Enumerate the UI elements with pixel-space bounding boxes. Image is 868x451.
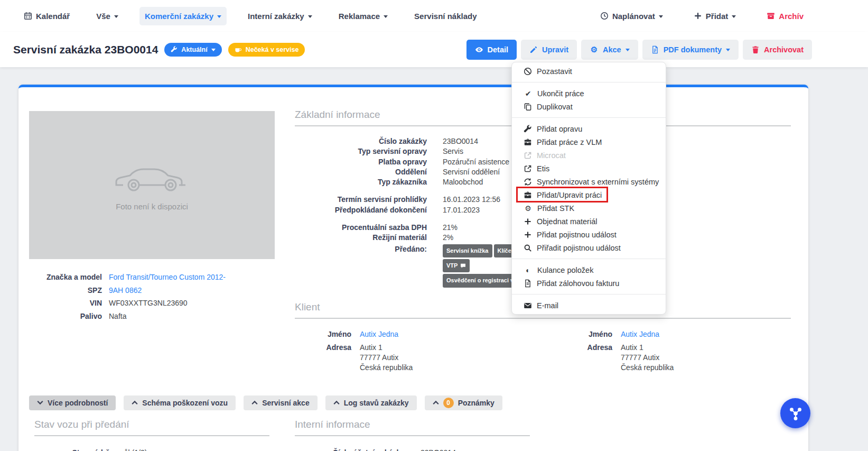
tab-vice-podrobnosti[interactable]: Více podrobností — [29, 395, 116, 410]
button-label: PDF dokumenty — [664, 45, 722, 54]
chevron-down-icon — [217, 15, 221, 18]
detail-tabs: Více podrobností Schéma poškození vozu S… — [29, 395, 791, 410]
client-name-link[interactable]: Autix Jedna — [621, 330, 659, 338]
field-value: 23BO0014 — [443, 136, 478, 146]
menu-item-ukoncit-prace[interactable]: ✔ Ukončit práce — [512, 87, 666, 100]
menu-divider — [512, 294, 666, 294]
menu-item-pridat-upravit-praci[interactable]: Přidat/Upravit práci — [512, 188, 666, 201]
envelope-icon — [524, 301, 532, 310]
menu-item-priradit-pojistnou-udalost[interactable]: Přiřadit pojistnou událost — [512, 241, 666, 254]
nav-item-reklamace[interactable]: Reklamace — [333, 7, 393, 25]
tab-schema-poskozeni-vozu[interactable]: Schéma poškození vozu — [124, 395, 236, 410]
menu-item-synchronizovat[interactable]: Synchronizovat s externími systémy — [512, 175, 666, 188]
tab-poznamky[interactable]: 0 Poznámky — [425, 395, 502, 410]
menu-item-pridat-prace-z-vlm[interactable]: Přidat práce z VLM — [512, 135, 666, 149]
handover-chip: VTP — [443, 259, 470, 272]
chevron-down-icon — [308, 15, 312, 18]
coffee-icon — [235, 46, 242, 53]
header-buttons: Detail Upravit ⚙ Akce PDF dokumenty Arch… — [466, 40, 812, 60]
field-label: Předáno: — [295, 244, 427, 288]
vehicle-field-row: VIN WF03XXTTG3NL23690 — [29, 297, 275, 310]
field-label: Značka a model — [29, 271, 102, 284]
nav-item-label: Přidat — [706, 12, 729, 21]
briefcase-icon — [524, 191, 532, 199]
status-badge-aktualni[interactable]: Aktuální — [164, 43, 221, 57]
section-title-stav-vozu: Stav vozu při předání — [34, 419, 269, 436]
vehicle-field-row: SPZ 9AH 0862 — [29, 284, 275, 297]
menu-item-duplikovat[interactable]: Duplikovat — [512, 100, 666, 113]
vehicle-column: Foto není k dispozici Značka a model For… — [29, 111, 275, 376]
order-detail-card: Foto není k dispozici Značka a model For… — [18, 85, 808, 451]
client-block-left: Jméno Autix Jedna Adresa Autix 1 77777 A… — [295, 329, 543, 376]
nav-item-naplanovat[interactable]: Naplánovat — [595, 7, 668, 25]
menu-item-email[interactable]: E-mail — [512, 299, 666, 312]
button-label: Upravit — [542, 45, 568, 54]
calendar-icon — [24, 12, 32, 20]
upravit-button[interactable]: Upravit — [521, 40, 577, 60]
tab-label: Více podrobností — [48, 399, 108, 407]
field-value: Servisní oddělení — [443, 167, 500, 177]
client-name-link[interactable]: Autix Jedna — [360, 330, 398, 338]
nav-item-vse[interactable]: Vše — [91, 7, 124, 25]
section-interni-informace: Interní informace Číslo účetní zakázky23… — [295, 419, 530, 451]
menu-item-pridat-zalohovou-fakturu[interactable]: Přidat zálohovou fakturu — [512, 277, 666, 290]
chevron-up-icon — [251, 400, 258, 405]
field-label: Platba opravy — [295, 157, 427, 167]
menu-item-pozastavit[interactable]: Pozastavit — [512, 65, 666, 78]
button-label: Akce — [603, 45, 621, 54]
nav-item-label: Kalendář — [36, 12, 70, 21]
tab-servisni-akce[interactable]: Servisní akce — [244, 395, 318, 410]
chevron-down-icon — [626, 49, 630, 51]
chevron-up-icon — [333, 400, 340, 405]
chevron-down-icon — [384, 15, 388, 18]
menu-divider — [512, 82, 666, 82]
nav-item-label: Vše — [96, 12, 110, 21]
field-label: Jméno — [556, 329, 612, 339]
nav-item-interni-zakazky[interactable]: Interní zakázky — [242, 7, 318, 25]
menu-item-pridat-stk[interactable]: ⚙ Přidat STK — [512, 201, 666, 215]
vehicle-fields: Značka a model Ford Transit/Tourneo Cust… — [29, 271, 275, 323]
nav-item-label: Servisní náklady — [414, 12, 477, 21]
field-label: VIN — [29, 297, 102, 310]
nav-item-archiv[interactable]: Archív — [761, 7, 809, 25]
menu-item-objednat-material[interactable]: Objednat materiál — [512, 215, 666, 228]
plus-icon — [694, 12, 702, 20]
archivovat-button[interactable]: Archivovat — [743, 40, 812, 60]
field-value: Maloobchod — [443, 177, 483, 187]
nav-item-pridat[interactable]: Přidat — [688, 7, 742, 25]
field-value: Nafta — [109, 310, 126, 323]
pdf-dokumenty-button[interactable]: PDF dokumenty — [642, 40, 739, 60]
menu-item-pridat-opravu[interactable]: Přidat opravu — [512, 122, 666, 135]
nav-item-servisni-naklady[interactable]: Servisní náklady — [409, 7, 482, 25]
chevron-down-icon — [114, 15, 118, 18]
nav-item-komercni-zakazky[interactable]: Komerční zakázky — [139, 7, 227, 25]
share-network-fab[interactable] — [780, 398, 810, 428]
menu-item-microcat[interactable]: Microcat — [512, 149, 666, 162]
detail-button[interactable]: Detail — [466, 40, 517, 60]
vehicle-photo-placeholder: Foto není k dispozici — [29, 111, 275, 259]
menu-item-etis[interactable]: Etis — [512, 162, 666, 175]
status-badge-neceka-v-servise[interactable]: Nečeká v servise — [228, 43, 305, 57]
notes-count-badge: 0 — [443, 398, 454, 408]
menu-divider — [512, 259, 666, 259]
menu-item-pridat-pojistnou-udalost[interactable]: Přidat pojistnou událost — [512, 228, 666, 241]
field-label: Adresa — [556, 343, 612, 373]
client-address: Autix 1 77777 Autix Česká republika — [621, 343, 674, 373]
client-address: Autix 1 77777 Autix Česká republika — [360, 343, 413, 373]
vehicle-model-link[interactable]: Ford Transit/Tourneo Custom 2012- — [109, 273, 226, 281]
vehicle-spz-link[interactable]: 9AH 0862 — [109, 286, 142, 294]
menu-item-kulance-polozek[interactable]: ◐ Kulance položek — [512, 263, 666, 277]
share-network-icon — [788, 406, 804, 421]
trash-icon — [751, 45, 760, 54]
nav-item-label: Archív — [779, 12, 804, 21]
section-title-interni-informace: Interní informace — [295, 419, 530, 436]
nav-item-kalendar[interactable]: Kalendář — [18, 7, 75, 25]
tab-label: Servisní akce — [262, 399, 310, 407]
tab-log-stavu-zakazky[interactable]: Log stavů zakázky — [325, 395, 417, 410]
cogs-icon: ⚙ — [524, 204, 533, 213]
field-value: WF03XXTTG3NL23690 — [109, 297, 188, 310]
field-label: Oddělení — [295, 167, 427, 177]
handover-chip: Servisní knížka — [443, 244, 492, 257]
akce-button[interactable]: ⚙ Akce — [581, 40, 638, 60]
akce-dropdown-menu: Pozastavit ✔ Ukončit práce Duplikovat Př… — [511, 62, 666, 315]
